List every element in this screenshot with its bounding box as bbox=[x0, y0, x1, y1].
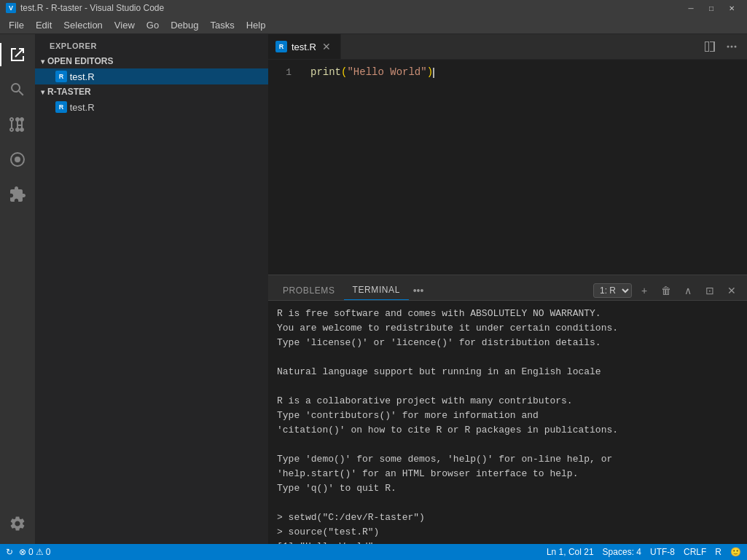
text-cursor bbox=[433, 68, 434, 78]
terminal-line: > source("test.R") bbox=[277, 525, 738, 540]
new-terminal-button[interactable]: + bbox=[635, 281, 654, 300]
errors-status[interactable]: ⊗ 0 ⚠ 0 bbox=[19, 547, 50, 557]
position-status[interactable]: Ln 1, Col 21 bbox=[547, 547, 594, 557]
r-taster-section[interactable]: ▾ R-TASTER bbox=[35, 84, 268, 99]
r-taster-file-test-r[interactable]: R test.R bbox=[35, 99, 268, 115]
status-bar-right: Ln 1, Col 21 Spaces: 4 UTF-8 CRLF R 🙂 bbox=[547, 547, 741, 557]
code-line-1: print("Hello World") bbox=[310, 66, 747, 79]
warning-icon: ⚠ bbox=[36, 547, 44, 557]
svg-point-6 bbox=[735, 45, 737, 47]
terminal-tab[interactable]: TERMINAL bbox=[344, 280, 409, 300]
terminal-line: Type 'contributors()' for more informati… bbox=[277, 409, 738, 423]
search-activity-icon[interactable] bbox=[0, 72, 35, 107]
maximize-button[interactable]: □ bbox=[702, 1, 721, 15]
debug-activity-icon[interactable] bbox=[0, 142, 35, 177]
code-editor[interactable]: 1 print("Hello World") bbox=[268, 60, 747, 275]
terminal-line: R is free software and comes with ABSOLU… bbox=[277, 307, 738, 321]
code-content[interactable]: print("Hello World") bbox=[305, 60, 747, 275]
close-panel-button[interactable]: ✕ bbox=[722, 281, 741, 300]
status-bar-left: ↻ ⊗ 0 ⚠ 0 bbox=[6, 547, 50, 557]
menu-help[interactable]: Help bbox=[240, 18, 272, 32]
code-token-close-paren: ) bbox=[427, 66, 433, 79]
menu-selection[interactable]: Selection bbox=[58, 18, 108, 32]
terminal-line: Type 'q()' to quit R. bbox=[277, 481, 738, 496]
error-icon: ⊗ bbox=[19, 547, 26, 557]
terminal-line: Type 'license()' or 'licence()' for dist… bbox=[277, 336, 738, 350]
code-token-open-paren: ( bbox=[341, 66, 347, 79]
open-editors-file-name: test.R bbox=[70, 71, 95, 82]
title-text: test.R - R-taster - Visual Studio Code bbox=[20, 3, 681, 13]
terminal-line: 'help.start()' for an HTML browser inter… bbox=[277, 467, 738, 481]
terminal-line: You are welcome to redistribute it under… bbox=[277, 321, 738, 336]
warning-count: 0 bbox=[46, 547, 51, 557]
code-token-string: "Hello World" bbox=[347, 66, 426, 79]
open-editors-file-test-r[interactable]: R test.R bbox=[35, 68, 268, 84]
menu-edit[interactable]: Edit bbox=[30, 18, 58, 32]
tab-actions bbox=[700, 34, 741, 59]
error-count: 0 bbox=[28, 547, 34, 557]
terminal-content[interactable]: R is free software and comes with ABSOLU… bbox=[268, 301, 747, 544]
menu-tasks[interactable]: Tasks bbox=[204, 18, 240, 32]
open-editors-section[interactable]: ▾ OPEN EDITORS bbox=[35, 54, 268, 68]
more-actions-button[interactable] bbox=[722, 37, 741, 56]
extensions-activity-icon[interactable] bbox=[0, 177, 35, 212]
tab-label: test.R bbox=[292, 42, 316, 52]
terminal-line bbox=[277, 350, 738, 365]
activity-bar bbox=[0, 34, 35, 544]
tab-bar: R test.R ✕ bbox=[268, 34, 747, 60]
language-status[interactable]: R bbox=[715, 547, 721, 557]
terminal-line bbox=[277, 496, 738, 510]
line-number-1: 1 bbox=[268, 66, 297, 79]
encoding-status[interactable]: UTF-8 bbox=[650, 547, 675, 557]
tab-file-icon: R bbox=[275, 41, 287, 52]
menu-view[interactable]: View bbox=[109, 18, 141, 32]
terminal-line: Natural language support but running in … bbox=[277, 365, 738, 379]
terminal-line bbox=[277, 438, 738, 452]
menu-debug[interactable]: Debug bbox=[165, 18, 204, 32]
panel-tab-actions: 1: R + 🗑 ∧ ⊡ ✕ bbox=[590, 281, 741, 300]
editor-area: R test.R ✕ 1 bbox=[268, 34, 747, 544]
panel: PROBLEMS TERMINAL ••• 1: R + 🗑 ∧ ⊡ ✕ bbox=[268, 275, 747, 544]
menu-bar: File Edit Selection View Go Debug Tasks … bbox=[0, 16, 747, 34]
maximize-panel-button[interactable]: ⊡ bbox=[700, 281, 719, 300]
spaces-status[interactable]: Spaces: 4 bbox=[603, 547, 641, 557]
explorer-activity-icon[interactable] bbox=[0, 37, 35, 72]
scroll-up-button[interactable]: ∧ bbox=[678, 281, 697, 300]
terminal-line: Type 'demo()' for some demos, 'help()' f… bbox=[277, 452, 738, 467]
window-controls: ─ □ ✕ bbox=[681, 1, 741, 15]
svg-point-3 bbox=[15, 157, 20, 162]
open-editors-label: OPEN EDITORS bbox=[47, 56, 113, 66]
sidebar: EXPLORER ▾ OPEN EDITORS R test.R ▾ R-TAS… bbox=[35, 34, 268, 544]
terminal-select-dropdown[interactable]: 1: R bbox=[593, 283, 632, 298]
title-bar: V test.R - R-taster - Visual Studio Code… bbox=[0, 0, 747, 16]
problems-tab[interactable]: PROBLEMS bbox=[274, 281, 344, 300]
svg-point-5 bbox=[731, 45, 733, 47]
r-file-icon: R bbox=[55, 71, 67, 82]
r-taster-chevron: ▾ bbox=[41, 88, 44, 96]
r-taster-label: R-TASTER bbox=[47, 87, 91, 97]
open-editors-chevron: ▾ bbox=[41, 58, 44, 66]
status-bar: ↻ ⊗ 0 ⚠ 0 Ln 1, Col 21 Spaces: 4 UTF-8 C… bbox=[0, 544, 747, 560]
menu-go[interactable]: Go bbox=[141, 18, 165, 32]
smiley-status[interactable]: 🙂 bbox=[730, 547, 741, 557]
minimize-button[interactable]: ─ bbox=[681, 1, 700, 15]
split-editor-button[interactable] bbox=[700, 37, 719, 56]
r-taster-file-name: test.R bbox=[70, 102, 95, 113]
terminal-selector: 1: R bbox=[593, 283, 632, 298]
menu-file[interactable]: File bbox=[3, 18, 30, 32]
close-button[interactable]: ✕ bbox=[722, 1, 741, 15]
panel-more-button[interactable]: ••• bbox=[409, 281, 428, 300]
sidebar-header: EXPLORER bbox=[35, 34, 268, 54]
vscode-logo: V bbox=[6, 3, 16, 13]
line-ending-status[interactable]: CRLF bbox=[684, 547, 706, 557]
svg-text:V: V bbox=[9, 4, 13, 12]
tab-close-button[interactable]: ✕ bbox=[321, 41, 332, 52]
kill-terminal-button[interactable]: 🗑 bbox=[657, 281, 676, 300]
source-control-activity-icon[interactable] bbox=[0, 107, 35, 142]
panel-tabs: PROBLEMS TERMINAL ••• 1: R + 🗑 ∧ ⊡ ✕ bbox=[268, 275, 747, 301]
terminal-line: R is a collaborative project with many c… bbox=[277, 394, 738, 409]
sync-status[interactable]: ↻ bbox=[6, 547, 13, 557]
terminal-line: > setwd("C:/dev/R-taster") bbox=[277, 510, 738, 525]
editor-tab-test-r[interactable]: R test.R ✕ bbox=[268, 34, 341, 59]
settings-activity-icon[interactable] bbox=[0, 509, 35, 544]
